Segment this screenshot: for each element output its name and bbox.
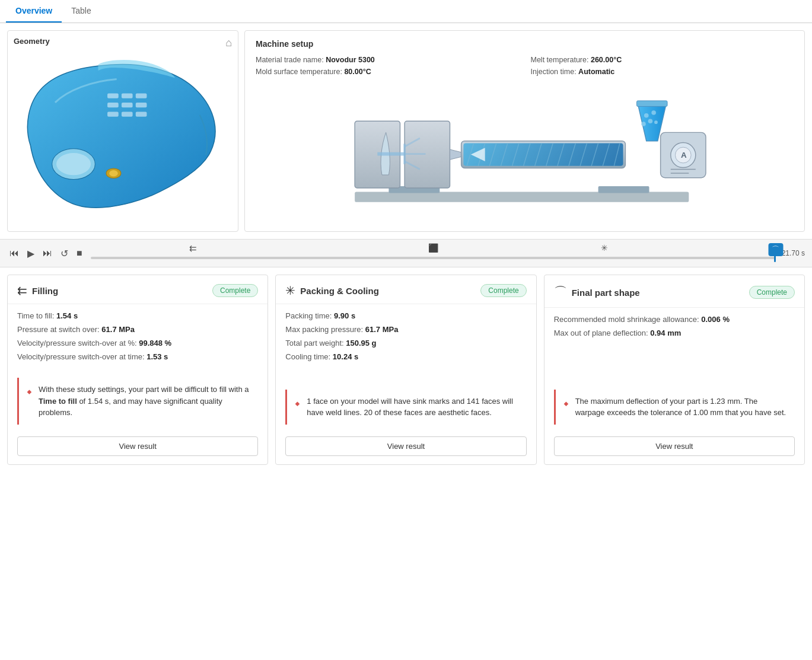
geometry-title: Geometry: [14, 37, 232, 46]
final-shape-badge: Complete: [749, 286, 795, 299]
timeline-wrapper: ⇇ ⬛ ✳ ⌒: [91, 244, 776, 262]
timeline-track[interactable]: [91, 257, 776, 259]
final-shape-warning-text: The maximum deflection of your part is 1…: [575, 396, 788, 419]
timeline-time: 21.70 s: [782, 249, 805, 257]
skip-start-button[interactable]: ⏮: [7, 247, 21, 260]
packing-stat-3: Cooling time: 10.24 s: [285, 352, 526, 361]
final-shape-title-area: ⌒ Final part shape: [554, 283, 640, 301]
svg-point-36: [644, 113, 649, 118]
svg-point-39: [641, 122, 646, 126]
final-shape-stat-1: Max out of plane deflection: 0.94 mm: [554, 329, 795, 337]
filling-stats: Time to fill: 1.54 s Pressure at switch …: [8, 304, 268, 373]
part-shape-svg: [14, 53, 232, 219]
tabs-container: Overview Table: [0, 0, 812, 23]
cards-row: ⇇ Filling Complete Time to fill: 1.54 s …: [0, 267, 812, 472]
packing-card-header: ✳ Packing & Cooling Complete: [276, 275, 536, 304]
packing-stat-2: Total part weight: 150.95 g: [285, 339, 526, 347]
svg-point-10: [56, 153, 91, 175]
packing-title-area: ✳ Packing & Cooling: [285, 283, 379, 298]
svg-rect-19: [463, 144, 623, 166]
stop-button[interactable]: ■: [74, 247, 85, 260]
skip-end-button[interactable]: ⏭: [40, 247, 55, 260]
packing-badge: Complete: [480, 284, 526, 297]
svg-point-12: [109, 170, 118, 176]
filling-stat-3: Velocity/pressure switch-over at time: 1…: [17, 352, 258, 361]
filling-card: ⇇ Filling Complete Time to fill: 1.54 s …: [7, 275, 268, 465]
svg-rect-5: [136, 103, 147, 107]
home-icon[interactable]: ⌂: [225, 37, 232, 49]
machine-panel: Machine setup Material trade name: Novod…: [244, 30, 805, 232]
final-shape-card-header: ⌒ Final part shape Complete: [544, 275, 804, 308]
top-row: Geometry ⌂: [0, 23, 812, 239]
geometry-image: [14, 50, 232, 222]
final-shape-card: ⌒ Final part shape Complete Recommended …: [544, 275, 805, 465]
packing-card: ✳ Packing & Cooling Complete Packing tim…: [275, 275, 536, 465]
svg-rect-7: [122, 112, 133, 117]
packing-view-result-button[interactable]: View result: [285, 436, 526, 456]
filling-stat-0: Time to fill: 1.54 s: [17, 311, 258, 320]
playback-controls: ⏮ ▶ ⏭ ↺ ■: [7, 247, 85, 260]
meta-melt-temp: Melt temperature: 260.00°C: [531, 56, 794, 64]
packing-icon: ✳: [285, 283, 295, 298]
svg-rect-3: [107, 103, 119, 107]
filling-card-header: ⇇ Filling Complete: [8, 275, 268, 304]
final-shape-view-result-button[interactable]: View result: [554, 436, 795, 456]
packing-title: Packing & Cooling: [300, 286, 379, 296]
svg-rect-6: [107, 112, 119, 117]
filling-badge: Complete: [212, 284, 258, 297]
timeline-bar: ⏮ ▶ ⏭ ↺ ■ ⇇ ⬛ ✳ ⌒ 21.70 s: [0, 239, 812, 267]
filling-warning-icon: ⬥: [26, 385, 33, 397]
filling-view-result-button[interactable]: View result: [17, 436, 258, 456]
meta-material: Material trade name: Novodur 5300: [256, 56, 519, 64]
filling-stat-1: Pressure at switch over: 61.7 MPa: [17, 325, 258, 334]
filling-warning: ⬥ With these study settings, your part w…: [17, 378, 258, 425]
final-shape-icon: ⌒: [554, 283, 567, 301]
svg-rect-13: [355, 192, 689, 202]
timeline-cursor: [774, 254, 776, 262]
packing-stat-1: Max packing pressure: 61.7 MPa: [285, 325, 526, 334]
svg-point-38: [648, 119, 653, 123]
svg-rect-1: [122, 93, 133, 98]
play-button[interactable]: ▶: [25, 247, 37, 260]
filling-title-area: ⇇ Filling: [17, 283, 58, 298]
meta-injection-time: Injection time: Automatic: [531, 68, 794, 76]
svg-rect-0: [107, 93, 119, 98]
packing-stats: Packing time: 9.90 s Max packing pressur…: [276, 304, 536, 385]
final-shape-title: Final part shape: [572, 288, 640, 298]
svg-point-40: [654, 120, 658, 124]
machine-diagram: A: [256, 84, 794, 215]
filling-stat-2: Velocity/pressure switch-over at %: 99.8…: [17, 339, 258, 347]
packing-warning-icon: ⬥: [294, 397, 301, 409]
packing-warning: ⬥ 1 face on your model will have sink ma…: [285, 390, 526, 425]
timeline-marker-snowflake: ✳: [601, 243, 608, 253]
repeat-button[interactable]: ↺: [58, 247, 71, 260]
final-shape-stats: Recommended mold shrinkage allowance: 0.…: [544, 308, 804, 385]
timeline-marker-camera: ⬛: [428, 243, 438, 253]
svg-text:A: A: [681, 151, 687, 160]
filling-title: Filling: [32, 286, 58, 296]
filling-icon: ⇇: [17, 283, 27, 298]
packing-stat-0: Packing time: 9.90 s: [285, 311, 526, 320]
svg-rect-8: [136, 112, 147, 117]
machine-diagram-svg: A: [256, 87, 794, 212]
geometry-panel: Geometry ⌂: [7, 30, 238, 232]
machine-title: Machine setup: [256, 39, 794, 49]
meta-mold-temp: Mold surface temperature: 80.00°C: [256, 68, 519, 76]
timeline-marker-filling: ⇇: [189, 243, 197, 254]
svg-rect-2: [136, 93, 147, 98]
svg-rect-15: [598, 186, 649, 193]
final-shape-warning-icon: ⬥: [563, 397, 569, 409]
final-shape-stat-0: Recommended mold shrinkage allowance: 0.…: [554, 315, 795, 324]
machine-meta: Material trade name: Novodur 5300 Melt t…: [256, 56, 794, 76]
svg-point-37: [651, 110, 656, 115]
svg-rect-4: [122, 103, 133, 107]
tab-overview[interactable]: Overview: [6, 0, 62, 23]
filling-warning-text: With these study settings, your part wil…: [39, 384, 251, 419]
tab-table[interactable]: Table: [62, 0, 100, 23]
timeline-marker-end: ⌒: [768, 243, 783, 256]
packing-warning-text: 1 face on your model will have sink mark…: [307, 396, 519, 419]
final-shape-warning: ⬥ The maximum deflection of your part is…: [554, 390, 795, 425]
svg-rect-35: [637, 101, 668, 107]
